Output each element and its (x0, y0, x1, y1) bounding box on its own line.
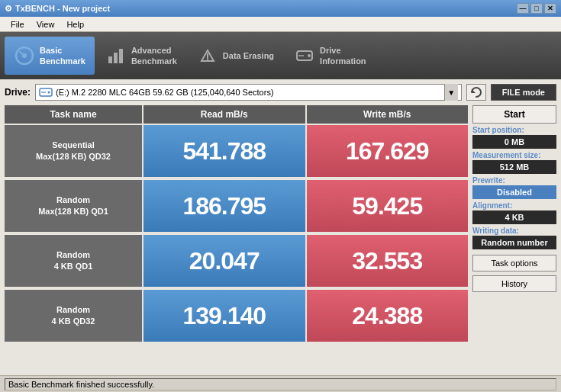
row-label-2: Random Max(128 KB) QD1 (5, 180, 142, 232)
svg-point-10 (308, 54, 311, 57)
drive-row: Drive: (E:) M.2 2280 MLC 64GB 59.62 GB (… (5, 84, 556, 101)
header-read: Read mB/s (143, 105, 305, 124)
main-area: Drive: (E:) M.2 2280 MLC 64GB 59.62 GB (… (0, 79, 561, 375)
writing-data-section: Writing data: Random number (472, 227, 556, 249)
file-mode-button[interactable]: FILE mode (491, 84, 556, 101)
toolbar-advanced-benchmark[interactable]: Advanced Benchmark (96, 37, 186, 75)
svg-point-13 (48, 92, 50, 94)
toolbar-data-erasing[interactable]: Data Erasing (188, 37, 283, 75)
svg-rect-4 (114, 53, 118, 63)
row-write-3: 32.553 (307, 235, 469, 287)
measurement-size-section: Measurement size: 512 MB (472, 151, 556, 174)
menu-file[interactable]: File (5, 18, 31, 31)
alignment-label: Alignment: (472, 201, 556, 210)
measurement-size-label: Measurement size: (472, 151, 556, 159)
header-write: Write mB/s (307, 105, 469, 124)
task-options-button[interactable]: Task options (472, 255, 556, 272)
drive-dropdown-arrow[interactable]: ▼ (444, 84, 458, 101)
alignment-section: Alignment: 4 KB (472, 201, 556, 224)
row-label-3: Random 4 KB QD1 (5, 235, 142, 287)
benchmark-table: Task name Read mB/s Write mB/s Sequentia… (5, 105, 468, 345)
toolbar-drive-info[interactable]: Drive Information (285, 37, 376, 75)
toolbar-erase-label: Data Erasing (223, 50, 274, 61)
start-position-label: Start position: (472, 126, 556, 134)
drive-icon (294, 45, 315, 66)
drive-small-icon (39, 87, 53, 98)
row-write-1: 167.629 (307, 125, 469, 177)
erase-icon (197, 45, 218, 66)
row-read-4: 139.140 (143, 290, 305, 342)
row-label-4: Random 4 KB QD32 (5, 290, 142, 342)
prewrite-label: Prewrite: (472, 176, 556, 185)
start-position-section: Start position: 0 MB (472, 126, 556, 149)
window-title: TxBENCH - New project (15, 4, 110, 13)
table-row: Random Max(128 KB) QD1 186.795 59.425 (5, 180, 468, 232)
writing-data-value: Random number (472, 236, 556, 249)
prewrite-value: Disabled (472, 185, 556, 199)
menu-help[interactable]: Help (60, 18, 90, 31)
status-message: Basic Benchmark finished successfully. (5, 378, 556, 390)
table-row: Random 4 KB QD32 139.140 24.388 (5, 290, 468, 342)
toolbar-basic-label: Basic Benchmark (40, 45, 85, 67)
row-label-1: Sequential Max(128 KB) QD32 (5, 125, 142, 177)
table-header: Task name Read mB/s Write mB/s (5, 105, 468, 124)
menu-view[interactable]: View (31, 18, 61, 31)
svg-rect-3 (108, 56, 112, 63)
history-button[interactable]: History (472, 275, 556, 292)
refresh-button[interactable] (466, 84, 486, 101)
alignment-value: 4 KB (472, 210, 556, 224)
toolbar-drive-label: Drive Information (320, 45, 366, 67)
drive-select-box[interactable]: (E:) M.2 2280 MLC 64GB 59.62 GB (125,040… (35, 84, 462, 101)
titlebar-buttons: — □ ✕ (517, 3, 556, 14)
maximize-button[interactable]: □ (530, 3, 543, 14)
table-row: Random 4 KB QD1 20.047 32.553 (5, 235, 468, 287)
menubar: File View Help (0, 17, 561, 32)
minimize-button[interactable]: — (517, 3, 529, 14)
table-row: Sequential Max(128 KB) QD32 541.788 167.… (5, 125, 468, 177)
toolbar-basic-benchmark[interactable]: Basic Benchmark (5, 37, 95, 75)
row-read-1: 541.788 (143, 125, 305, 177)
row-read-2: 186.795 (143, 180, 305, 232)
row-read-3: 20.047 (143, 235, 305, 287)
refresh-icon (470, 86, 482, 98)
titlebar: ⚙ TxBENCH - New project — □ ✕ (0, 0, 561, 17)
bars-icon (105, 45, 127, 66)
svg-point-8 (206, 59, 208, 62)
row-write-4: 24.388 (307, 290, 469, 342)
close-button[interactable]: ✕ (544, 3, 556, 14)
drive-value-text: (E:) M.2 2280 MLC 64GB 59.62 GB (125,040… (56, 88, 274, 97)
content-area: Task name Read mB/s Write mB/s Sequentia… (5, 105, 556, 345)
header-task-name: Task name (5, 105, 142, 124)
prewrite-section: Prewrite: Disabled (472, 176, 556, 199)
drive-select-value: (E:) M.2 2280 MLC 64GB 59.62 GB (125,040… (39, 87, 274, 98)
row-write-2: 59.425 (307, 180, 469, 232)
drive-label: Drive: (5, 87, 31, 98)
svg-marker-15 (472, 89, 476, 93)
toolbar-advanced-label: Advanced Benchmark (131, 45, 177, 67)
writing-data-label: Writing data: (472, 227, 556, 235)
start-button[interactable]: Start (472, 105, 556, 124)
statusbar: Basic Benchmark finished successfully. (0, 375, 561, 392)
gauge-icon (14, 45, 35, 66)
app-icon: ⚙ (5, 4, 12, 14)
measurement-size-value: 512 MB (472, 160, 556, 174)
toolbar: Basic Benchmark Advanced Benchmark Data … (0, 32, 561, 79)
sidebar: Start Start position: 0 MB Measurement s… (472, 105, 556, 345)
titlebar-title: ⚙ TxBENCH - New project (5, 4, 110, 14)
start-position-value: 0 MB (472, 135, 556, 149)
svg-rect-5 (119, 49, 123, 63)
